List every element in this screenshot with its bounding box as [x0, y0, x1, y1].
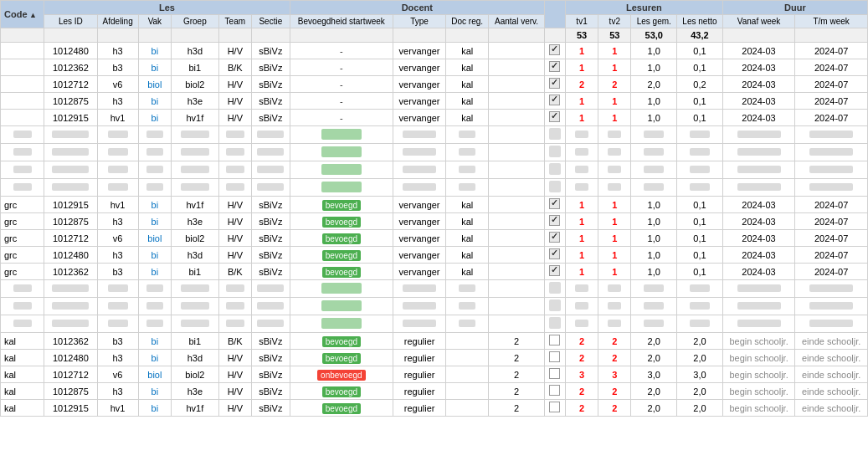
check-box[interactable]: ✓ — [549, 265, 560, 276]
cell-check — [544, 161, 565, 179]
cell-code — [1, 315, 44, 333]
table-row: 1012875 h3 bi h3e H/V sBiVz - vervanger … — [1, 93, 868, 110]
cell-lesnetto — [677, 126, 723, 144]
cell-check[interactable]: ✓ — [544, 247, 565, 264]
col-header-vanaf[interactable]: Vanaf week — [722, 15, 795, 28]
col-header-groep[interactable]: Groep — [172, 15, 219, 28]
check-box[interactable]: ✓ — [549, 198, 560, 209]
check-box[interactable]: ✓ — [549, 61, 560, 72]
table-row: kal 1012875 h3 bi h3e H/V sBiVz bevoegd … — [1, 383, 868, 400]
cell-lesid — [44, 126, 97, 144]
cell-lesid — [44, 144, 97, 161]
col-header-vak[interactable]: Vak — [138, 15, 171, 28]
cell-tv2 — [598, 315, 631, 333]
cell-check[interactable]: ✓ — [544, 43, 565, 59]
col-header-lesid[interactable]: Les ID — [44, 15, 97, 28]
cell-check[interactable] — [544, 400, 565, 417]
col-header-tv2[interactable]: tv2 — [598, 15, 631, 28]
cell-sectie: sBiVz — [251, 93, 290, 110]
col-header-bevoegdheid[interactable]: Bevoegdheid startweek — [290, 15, 393, 28]
cell-aantverv — [489, 213, 545, 230]
cell-code — [1, 43, 44, 59]
check-box[interactable]: ✓ — [549, 44, 560, 55]
cell-team: H/V — [218, 110, 251, 126]
cell-lesgem: 2,0 — [631, 350, 677, 366]
check-box[interactable]: ✓ — [549, 215, 560, 226]
cell-docreg: kal — [446, 230, 489, 247]
cell-tm: 2024-07 — [795, 264, 868, 280]
col-header-docreg[interactable]: Doc reg. — [446, 15, 489, 28]
check-box[interactable] — [549, 402, 560, 412]
cell-check[interactable]: ✓ — [544, 76, 565, 93]
cell-type: vervanger — [393, 110, 445, 126]
cell-bevoegdheid: bevoegd — [290, 213, 393, 230]
col-header-code[interactable]: Code — [1, 1, 44, 28]
col-header-afdeling[interactable]: Afdeling — [97, 15, 138, 28]
cell-tv1: 2 — [565, 350, 598, 366]
table-row — [1, 126, 868, 144]
cell-lesnetto: 0,1 — [677, 59, 723, 76]
cell-groep: hv1f — [172, 110, 219, 126]
cell-vanaf — [722, 315, 795, 333]
check-box[interactable]: ✓ — [549, 111, 560, 122]
cell-code: kal — [1, 366, 44, 383]
bevoegdheid-badge: bevoegd — [322, 267, 361, 278]
cell-type — [393, 298, 445, 315]
cell-check[interactable]: ✓ — [544, 59, 565, 76]
cell-tv2 — [598, 126, 631, 144]
cell-type: vervanger — [393, 59, 445, 76]
cell-vak — [138, 161, 171, 179]
cell-vak: bi — [138, 383, 171, 400]
col-header-team[interactable]: Team — [218, 15, 251, 28]
check-box[interactable]: ✓ — [549, 95, 560, 105]
cell-aantverv — [489, 230, 545, 247]
check-box[interactable]: ✓ — [549, 232, 560, 243]
cell-type: vervanger — [393, 247, 445, 264]
cell-sectie — [251, 179, 290, 197]
cell-check[interactable]: ✓ — [544, 213, 565, 230]
check-box[interactable] — [549, 385, 560, 396]
col-header-tm[interactable]: T/m week — [795, 15, 868, 28]
col-header-aantverv[interactable]: Aantal verv. — [489, 15, 545, 28]
col-header-type[interactable]: Type — [393, 15, 445, 28]
cell-check[interactable] — [544, 333, 565, 350]
cell-tm: 2024-07 — [795, 110, 868, 126]
cell-type: regulier — [393, 333, 445, 350]
col-header-sectie[interactable]: Sectie — [251, 15, 290, 28]
cell-check[interactable] — [544, 366, 565, 383]
cell-groep: hv1f — [172, 197, 219, 213]
cell-tv1: 1 — [565, 213, 598, 230]
check-box[interactable] — [549, 351, 560, 362]
cell-afdeling — [97, 144, 138, 161]
cell-aantverv — [489, 247, 545, 264]
cell-team: H/V — [218, 93, 251, 110]
cell-check[interactable]: ✓ — [544, 264, 565, 280]
cell-lesnetto: 2,0 — [677, 400, 723, 417]
cell-team — [218, 179, 251, 197]
cell-vanaf: 2024-03 — [722, 110, 795, 126]
cell-sectie: sBiVz — [251, 383, 290, 400]
cell-check[interactable] — [544, 383, 565, 400]
cell-check[interactable]: ✓ — [544, 110, 565, 126]
check-box[interactable]: ✓ — [549, 248, 560, 259]
cell-check[interactable]: ✓ — [544, 197, 565, 213]
cell-vak — [138, 179, 171, 197]
cell-bevoegdheid — [290, 280, 393, 298]
cell-vak: biol — [138, 366, 171, 383]
cell-lesid — [44, 161, 97, 179]
cell-lesgem: 1,0 — [631, 230, 677, 247]
cell-check[interactable]: ✓ — [544, 230, 565, 247]
cell-aantverv — [489, 197, 545, 213]
check-box[interactable]: ✓ — [549, 78, 560, 89]
col-header-lesgem[interactable]: Les gem. — [631, 15, 677, 28]
table-row: 1012480 h3 bi h3d H/V sBiVz - vervanger … — [1, 43, 868, 59]
col-header-tv1[interactable]: tv1 — [565, 15, 598, 28]
cell-check[interactable]: ✓ — [544, 93, 565, 110]
cell-tv2: 1 — [598, 59, 631, 76]
cell-check[interactable] — [544, 350, 565, 366]
cell-lesnetto: 0,1 — [677, 197, 723, 213]
col-header-lesnetto[interactable]: Les netto — [677, 15, 723, 28]
check-box[interactable] — [549, 368, 560, 379]
cell-lesid: 1012362 — [44, 59, 97, 76]
check-box[interactable] — [549, 335, 560, 345]
